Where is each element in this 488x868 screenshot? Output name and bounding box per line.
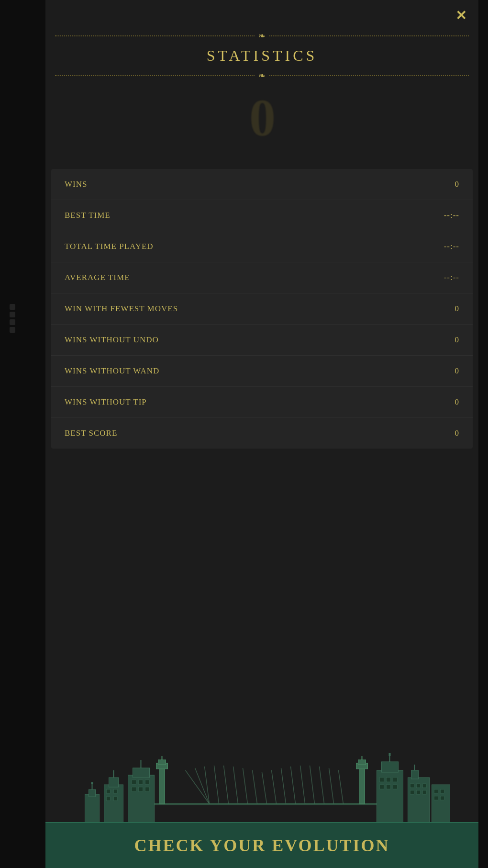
- svg-rect-53: [393, 778, 398, 782]
- svg-rect-26: [107, 789, 111, 793]
- svg-rect-48: [382, 762, 399, 772]
- svg-rect-60: [410, 784, 414, 788]
- stat-value-wins-no-undo: 0: [455, 335, 460, 345]
- svg-rect-50: [389, 753, 391, 756]
- stat-row-average-time: AVERAGE TIME --:--: [51, 262, 473, 293]
- stat-label-fewest-moves: WIN WITH FEWEST MOVES: [65, 304, 178, 314]
- stat-value-best-time: --:--: [444, 211, 459, 220]
- stat-label-wins-no-undo: WINS WITHOUT UNDO: [65, 335, 159, 345]
- top-ornament-line: ❧: [55, 31, 469, 41]
- ornament-right-line2: [269, 75, 469, 76]
- stat-row-wins-no-undo: WINS WITHOUT UNDO 0: [51, 325, 473, 356]
- svg-rect-61: [417, 784, 421, 788]
- stat-row-fewest-moves: WIN WITH FEWEST MOVES 0: [51, 293, 473, 325]
- stat-label-average-time: AVERAGE TIME: [65, 273, 130, 282]
- svg-rect-64: [417, 790, 421, 794]
- svg-rect-45: [358, 760, 366, 765]
- bottom-ornament-line: ❧: [55, 70, 469, 81]
- ornament-symbol-bottom: ❧: [258, 70, 266, 81]
- svg-rect-18: [138, 803, 387, 805]
- svg-rect-67: [434, 789, 438, 793]
- svg-rect-55: [387, 785, 391, 789]
- stat-value-best-score: 0: [455, 428, 460, 438]
- svg-rect-52: [387, 778, 391, 782]
- stat-value-wins: 0: [455, 180, 460, 189]
- city-illustration: [45, 732, 478, 830]
- stat-row-best-time: BEST TIME --:--: [51, 200, 473, 231]
- svg-rect-62: [423, 784, 427, 788]
- stat-value-average-time: --:--: [444, 273, 459, 282]
- stat-row-wins: WINS 0: [51, 169, 473, 200]
- svg-rect-33: [132, 780, 136, 784]
- svg-rect-29: [114, 797, 118, 800]
- svg-rect-37: [139, 787, 143, 791]
- left-panel: [0, 0, 45, 868]
- svg-rect-39: [159, 766, 165, 804]
- svg-rect-34: [139, 780, 143, 784]
- ornament-right-line: [269, 35, 469, 36]
- svg-rect-41: [158, 760, 166, 765]
- svg-rect-65: [423, 790, 427, 794]
- stat-row-wins-no-wand: WINS WITHOUT WAND 0: [51, 356, 473, 387]
- stat-value-wins-no-tip: 0: [455, 397, 460, 407]
- svg-rect-31: [133, 768, 150, 778]
- svg-rect-20: [89, 789, 96, 797]
- svg-rect-58: [411, 770, 419, 779]
- stat-label-best-time: BEST TIME: [65, 211, 111, 220]
- ornament-left-line: [55, 35, 255, 36]
- stat-value-total-time: --:--: [444, 242, 459, 251]
- svg-rect-69: [434, 796, 438, 800]
- svg-rect-35: [145, 780, 150, 784]
- svg-rect-38: [145, 787, 150, 791]
- stat-label-wins-no-tip: WINS WITHOUT TIP: [65, 397, 147, 407]
- modal-header: ❧ STATISTICS ❧: [45, 0, 478, 92]
- watermark-number: 0: [249, 92, 275, 148]
- ornament-symbol-top: ❧: [258, 31, 266, 41]
- stat-row-wins-no-tip: WINS WITHOUT TIP 0: [51, 387, 473, 418]
- watermark-area: 0: [45, 92, 478, 169]
- ornament-left-line2: [55, 75, 255, 76]
- svg-rect-63: [410, 790, 414, 794]
- stat-row-best-score: BEST SCORE 0: [51, 418, 473, 449]
- svg-rect-36: [132, 787, 136, 791]
- svg-rect-56: [393, 785, 398, 789]
- stat-row-total-time: TOTAL TIME PLAYED --:--: [51, 231, 473, 262]
- check-evolution-label: CHECK YOUR EVOLUTION: [134, 835, 390, 856]
- stat-label-total-time: TOTAL TIME PLAYED: [65, 242, 154, 251]
- stat-label-best-score: BEST SCORE: [65, 428, 117, 438]
- svg-rect-28: [107, 797, 111, 800]
- side-decoration: [10, 304, 15, 333]
- stat-label-wins: WINS: [65, 180, 87, 189]
- close-button[interactable]: ✕: [450, 5, 471, 26]
- check-evolution-button[interactable]: CHECK YOUR EVOLUTION: [45, 822, 478, 868]
- svg-rect-68: [441, 789, 444, 793]
- svg-rect-27: [114, 789, 118, 793]
- svg-rect-22: [91, 782, 93, 784]
- stat-label-wins-no-wand: WINS WITHOUT WAND: [65, 366, 159, 376]
- svg-rect-54: [380, 785, 384, 789]
- svg-rect-43: [359, 766, 365, 804]
- statistics-modal: ✕ ❧ STATISTICS ❧ 0 WINS 0 BEST TIME --:-…: [45, 0, 478, 868]
- stats-table: WINS 0 BEST TIME --:-- TOTAL TIME PLAYED…: [51, 169, 473, 449]
- svg-rect-24: [109, 778, 119, 787]
- stat-value-fewest-moves: 0: [455, 304, 460, 314]
- right-panel: [478, 0, 488, 868]
- svg-rect-51: [380, 778, 384, 782]
- svg-rect-70: [441, 796, 444, 800]
- cityscape-section: CHECK YOUR EVOLUTION: [45, 449, 478, 868]
- stat-value-wins-no-wand: 0: [455, 366, 460, 376]
- page-title: STATISTICS: [207, 47, 318, 65]
